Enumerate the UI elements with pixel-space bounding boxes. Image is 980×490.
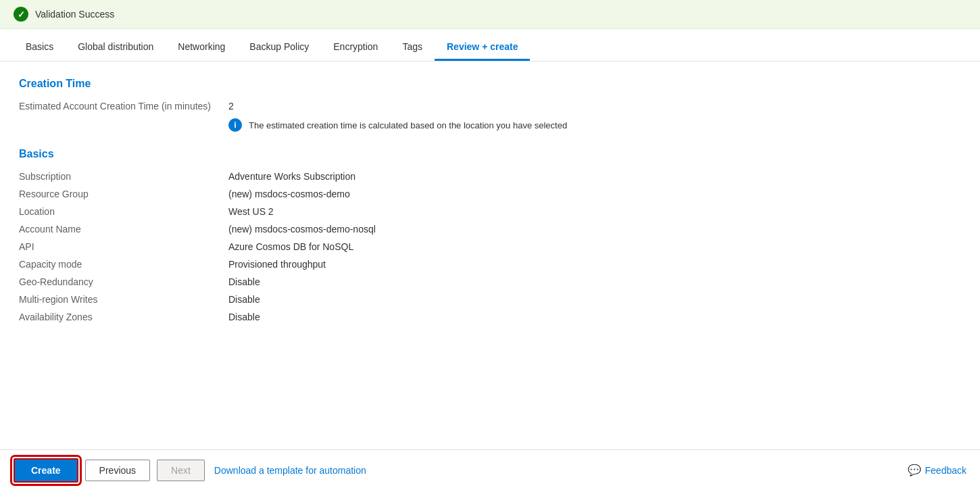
tab-review-create[interactable]: Review + create bbox=[435, 34, 530, 61]
account-name-value: (new) msdocs-cosmos-demo-nosql bbox=[228, 224, 376, 235]
api-label: API bbox=[19, 241, 228, 252]
api-row: API Azure Cosmos DB for NoSQL bbox=[19, 241, 961, 252]
resource-group-row: Resource Group (new) msdocs-cosmos-demo bbox=[19, 189, 961, 199]
availability-zones-value: Disable bbox=[228, 312, 260, 322]
previous-button[interactable]: Previous bbox=[85, 460, 150, 481]
validation-text: Validation Success bbox=[35, 9, 114, 20]
resource-group-value: (new) msdocs-cosmos-demo bbox=[228, 189, 350, 199]
feedback-button[interactable]: 💬 Feedback bbox=[908, 464, 966, 476]
tab-navigation: Basics Global distribution Networking Ba… bbox=[0, 34, 980, 62]
tab-encryption[interactable]: Encryption bbox=[321, 34, 390, 61]
capacity-mode-row: Capacity mode Provisioned throughput bbox=[19, 259, 961, 270]
tab-networking[interactable]: Networking bbox=[166, 34, 237, 61]
basics-header: Basics bbox=[19, 148, 961, 160]
tab-global-distribution[interactable]: Global distribution bbox=[66, 34, 166, 61]
validation-success-icon bbox=[14, 7, 28, 22]
tab-basics[interactable]: Basics bbox=[14, 34, 66, 61]
next-button[interactable]: Next bbox=[157, 460, 205, 481]
create-button[interactable]: Create bbox=[14, 458, 78, 483]
availability-zones-label: Availability Zones bbox=[19, 312, 228, 322]
availability-zones-row: Availability Zones Disable bbox=[19, 312, 961, 322]
feedback-label: Feedback bbox=[925, 465, 966, 476]
location-label: Location bbox=[19, 206, 228, 217]
geo-redundancy-value: Disable bbox=[228, 276, 260, 287]
location-value: West US 2 bbox=[228, 206, 274, 217]
location-row: Location West US 2 bbox=[19, 206, 961, 217]
capacity-mode-label: Capacity mode bbox=[19, 259, 228, 270]
creation-time-section: Creation Time Estimated Account Creation… bbox=[19, 78, 961, 132]
estimated-time-label: Estimated Account Creation Time (in minu… bbox=[19, 101, 228, 112]
geo-redundancy-row: Geo-Redundancy Disable bbox=[19, 276, 961, 287]
api-value: Azure Cosmos DB for NoSQL bbox=[228, 241, 353, 252]
capacity-mode-value: Provisioned throughput bbox=[228, 259, 326, 270]
multi-region-writes-row: Multi-region Writes Disable bbox=[19, 294, 961, 305]
subscription-value: Adventure Works Subscription bbox=[228, 171, 356, 182]
creation-time-note-text: The estimated creation time is calculate… bbox=[249, 120, 567, 130]
tab-backup-policy[interactable]: Backup Policy bbox=[237, 34, 321, 61]
resource-group-label: Resource Group bbox=[19, 189, 228, 199]
main-content: Creation Time Estimated Account Creation… bbox=[0, 62, 980, 437]
creation-time-header: Creation Time bbox=[19, 78, 961, 90]
subscription-label: Subscription bbox=[19, 171, 228, 182]
bottom-toolbar: Create Previous Next Download a template… bbox=[0, 449, 980, 490]
tab-tags[interactable]: Tags bbox=[390, 34, 435, 61]
subscription-row: Subscription Adventure Works Subscriptio… bbox=[19, 171, 961, 182]
automation-link[interactable]: Download a template for automation bbox=[214, 465, 366, 476]
info-icon: i bbox=[228, 118, 242, 132]
estimated-time-value: 2 bbox=[228, 101, 234, 112]
multi-region-writes-label: Multi-region Writes bbox=[19, 294, 228, 305]
geo-redundancy-label: Geo-Redundancy bbox=[19, 276, 228, 287]
basics-section: Basics Subscription Adventure Works Subs… bbox=[19, 148, 961, 322]
creation-time-note: i The estimated creation time is calcula… bbox=[228, 118, 961, 132]
multi-region-writes-value: Disable bbox=[228, 294, 260, 305]
validation-banner: Validation Success bbox=[0, 0, 980, 29]
account-name-row: Account Name (new) msdocs-cosmos-demo-no… bbox=[19, 224, 961, 235]
feedback-icon: 💬 bbox=[908, 464, 921, 476]
account-name-label: Account Name bbox=[19, 224, 228, 235]
estimated-time-row: Estimated Account Creation Time (in minu… bbox=[19, 101, 961, 112]
